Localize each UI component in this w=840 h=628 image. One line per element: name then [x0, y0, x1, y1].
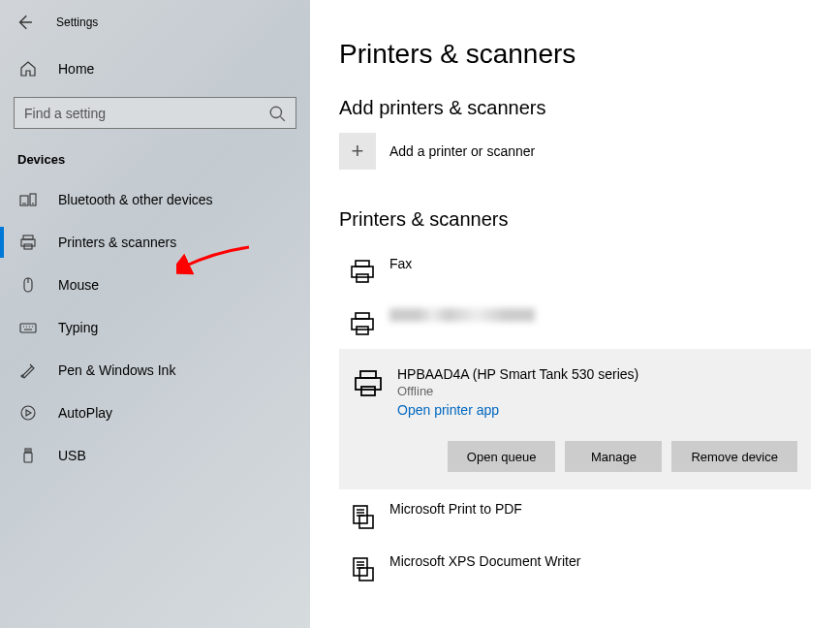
- printer-icon: [349, 258, 376, 285]
- svg-point-0: [270, 107, 281, 117]
- document-printer-icon: [349, 555, 376, 582]
- mouse-icon: [19, 276, 37, 294]
- svg-rect-21: [354, 506, 367, 523]
- manage-button[interactable]: Manage: [565, 441, 662, 472]
- list-section-title: Printers & scanners: [339, 208, 811, 231]
- page-title: Printers & scanners: [339, 39, 811, 70]
- search-icon: [268, 105, 286, 122]
- sidebar-item-label: Mouse: [58, 277, 99, 293]
- device-row-xps-writer[interactable]: Microsoft XPS Document Writer: [339, 542, 811, 594]
- svg-rect-19: [356, 378, 381, 390]
- svg-rect-4: [21, 239, 35, 246]
- svg-rect-14: [357, 274, 368, 282]
- svg-point-9: [21, 406, 35, 420]
- svg-rect-23: [354, 558, 367, 576]
- sidebar-item-label: Bluetooth & other devices: [58, 192, 213, 207]
- sidebar-item-label: Typing: [58, 320, 98, 335]
- app-title: Settings: [56, 16, 98, 29]
- sidebar-home[interactable]: Home: [0, 50, 310, 87]
- svg-rect-17: [357, 327, 368, 334]
- device-action-buttons: Open queue Manage Remove device: [353, 441, 797, 472]
- device-name-redacted: [389, 308, 535, 322]
- sidebar-item-pen[interactable]: Pen & Windows Ink: [0, 349, 310, 392]
- document-printer-icon: [349, 503, 376, 530]
- device-row-redacted[interactable]: [339, 297, 811, 349]
- keyboard-icon: [19, 319, 37, 336]
- printer-icon: [353, 368, 384, 399]
- printer-icon: [349, 310, 376, 337]
- sidebar-item-usb[interactable]: USB: [0, 434, 310, 477]
- main-content: Printers & scanners Add printers & scann…: [310, 0, 840, 628]
- devices-icon: [19, 191, 37, 208]
- svg-rect-20: [361, 387, 375, 395]
- add-section-title: Add printers & scanners: [339, 97, 811, 119]
- sidebar-header: Settings: [0, 0, 310, 45]
- sidebar-item-label: Pen & Windows Ink: [58, 362, 175, 378]
- svg-rect-24: [359, 568, 373, 581]
- device-name: HPBAAD4A (HP Smart Tank 530 series): [397, 366, 638, 382]
- add-printer-row[interactable]: + Add a printer or scanner: [339, 133, 811, 170]
- plus-icon: +: [339, 133, 376, 170]
- sidebar-item-label: USB: [58, 448, 86, 463]
- sidebar: Settings Home Devices Bluetooth & other …: [0, 0, 310, 628]
- sidebar-item-typing[interactable]: Typing: [0, 306, 310, 349]
- remove-device-button[interactable]: Remove device: [671, 441, 797, 472]
- sidebar-item-mouse[interactable]: Mouse: [0, 264, 310, 306]
- add-printer-label: Add a printer or scanner: [389, 143, 535, 159]
- sidebar-item-label: Printers & scanners: [58, 235, 176, 250]
- svg-rect-15: [356, 313, 369, 319]
- open-queue-button[interactable]: Open queue: [448, 441, 556, 472]
- sidebar-item-bluetooth[interactable]: Bluetooth & other devices: [0, 178, 310, 221]
- open-printer-app-link[interactable]: Open printer app: [397, 402, 638, 418]
- device-name: Microsoft XPS Document Writer: [389, 553, 580, 569]
- sidebar-home-label: Home: [58, 61, 94, 77]
- autoplay-icon: [19, 404, 37, 422]
- search-input[interactable]: [24, 106, 268, 121]
- sidebar-item-label: AutoPlay: [58, 405, 112, 421]
- svg-rect-12: [356, 261, 369, 267]
- device-name: Fax: [389, 256, 412, 271]
- svg-rect-22: [359, 516, 373, 528]
- device-row-hp-selected[interactable]: HPBAAD4A (HP Smart Tank 530 series) Offl…: [339, 349, 811, 489]
- device-status: Offline: [397, 384, 638, 398]
- sidebar-section-label: Devices: [0, 146, 310, 178]
- back-arrow-icon[interactable]: [16, 14, 33, 31]
- svg-rect-13: [352, 267, 373, 277]
- svg-rect-10: [25, 449, 31, 453]
- search-box[interactable]: [14, 97, 296, 129]
- home-icon: [19, 60, 37, 78]
- sidebar-item-autoplay[interactable]: AutoPlay: [0, 392, 310, 434]
- usb-icon: [19, 447, 37, 464]
- pen-icon: [19, 361, 37, 379]
- device-row-fax[interactable]: Fax: [339, 244, 811, 297]
- device-name: Microsoft Print to PDF: [389, 501, 522, 517]
- svg-rect-7: [20, 324, 36, 332]
- printer-icon: [19, 234, 37, 251]
- svg-rect-18: [360, 371, 376, 378]
- svg-rect-11: [24, 453, 32, 462]
- device-row-print-to-pdf[interactable]: Microsoft Print to PDF: [339, 489, 811, 542]
- sidebar-item-printers[interactable]: Printers & scanners: [0, 221, 310, 264]
- svg-rect-16: [352, 319, 373, 330]
- svg-rect-3: [23, 236, 33, 239]
